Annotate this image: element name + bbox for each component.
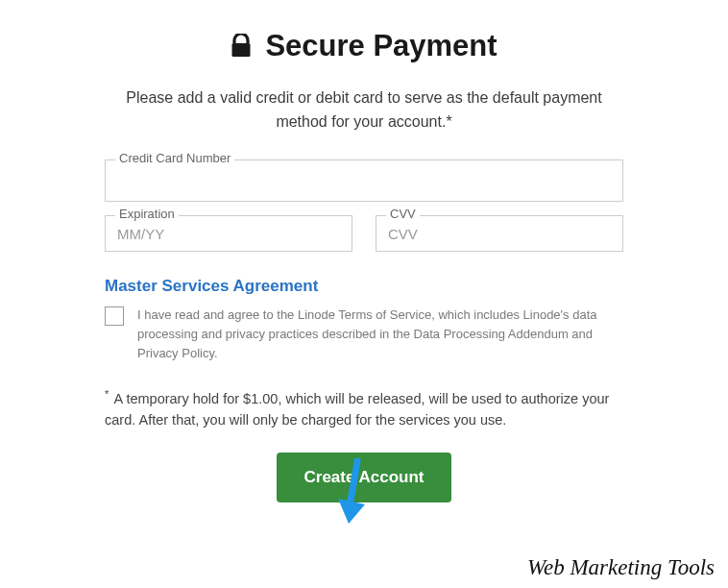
page-header: Secure Payment (105, 29, 623, 63)
card-number-input[interactable] (117, 174, 611, 190)
agree-text: I have read and agree to the Linode Term… (137, 306, 623, 363)
expiration-label: Expiration (115, 207, 179, 221)
lock-icon (231, 34, 252, 59)
page-title: Secure Payment (265, 29, 497, 63)
create-account-button[interactable]: Create Account (277, 453, 450, 502)
watermark-text: Web Marketing Tools (527, 555, 715, 580)
card-number-field[interactable]: Credit Card Number (105, 159, 623, 202)
footnote-text: * A temporary hold for $1.00, which will… (105, 386, 623, 431)
card-number-label: Credit Card Number (115, 151, 234, 165)
expiration-field[interactable]: Expiration (105, 215, 352, 252)
cvv-label: CVV (386, 207, 420, 221)
cvv-field[interactable]: CVV (376, 215, 623, 252)
footnote-body: A temporary hold for $1.00, which will b… (105, 391, 609, 428)
instruction-text: Please add a valid credit or debit card … (105, 86, 623, 135)
svg-rect-0 (232, 43, 251, 57)
cvv-input[interactable] (388, 226, 611, 242)
msa-heading-link[interactable]: Master Services Agreement (105, 277, 623, 296)
footnote-marker: * (105, 388, 109, 400)
agree-checkbox[interactable] (105, 306, 124, 326)
expiration-input[interactable] (117, 226, 340, 242)
